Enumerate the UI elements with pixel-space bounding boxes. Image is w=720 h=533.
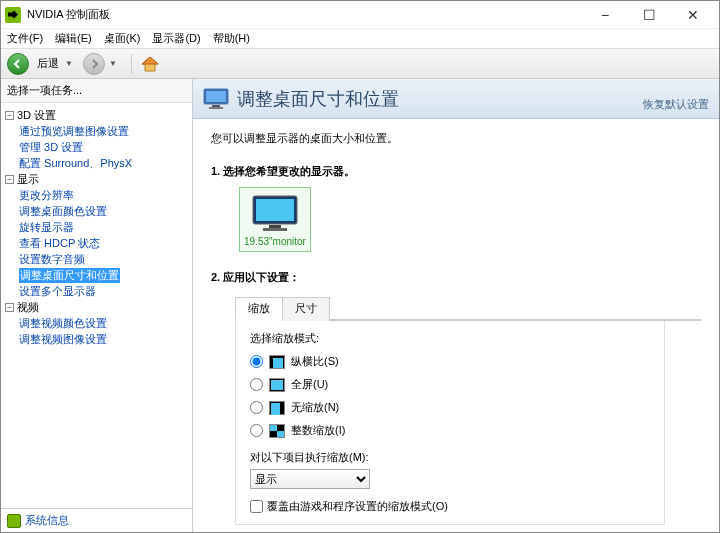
radio-integer[interactable]: [250, 424, 263, 437]
home-button[interactable]: [140, 55, 160, 73]
page-description: 您可以调整显示器的桌面大小和位置。: [211, 131, 701, 146]
tree-item-manage-3d[interactable]: 管理 3D 设置: [19, 141, 83, 153]
override-checkbox[interactable]: [250, 500, 263, 513]
header-monitor-icon: [203, 88, 229, 110]
tree-item-desktop-size[interactable]: 调整桌面尺寸和位置: [19, 268, 120, 283]
tree-category-display: 显示: [17, 173, 39, 185]
radio-fullscreen-label[interactable]: 全屏(U): [291, 377, 328, 392]
back-history-dropdown[interactable]: ▼: [65, 59, 73, 68]
tree-item-video-image[interactable]: 调整视频图像设置: [19, 333, 107, 345]
menu-help[interactable]: 帮助(H): [213, 31, 250, 46]
tree-item-rotate[interactable]: 旋转显示器: [19, 221, 74, 233]
menu-edit[interactable]: 编辑(E): [55, 31, 92, 46]
tree-item-resolution[interactable]: 更改分辨率: [19, 189, 74, 201]
window-title: NVIDIA 控制面板: [27, 7, 583, 22]
tree-item-audio[interactable]: 设置数字音频: [19, 253, 85, 265]
menu-display[interactable]: 显示器(D): [152, 31, 200, 46]
maximize-button[interactable]: ☐: [627, 1, 671, 29]
radio-no-scaling-label[interactable]: 无缩放(N): [291, 400, 339, 415]
main-header: 调整桌面尺寸和位置 恢复默认设置: [193, 79, 719, 119]
toolbar: 后退 ▼ ▼: [1, 49, 719, 79]
system-info-icon: [7, 514, 21, 528]
monitor-selector[interactable]: 19.53"monitor: [239, 187, 311, 252]
fullscreen-icon: [269, 378, 285, 392]
svg-rect-5: [256, 199, 294, 221]
svg-rect-6: [269, 225, 281, 228]
radio-aspect-label[interactable]: 纵横比(S): [291, 354, 339, 369]
close-button[interactable]: ✕: [671, 1, 715, 29]
scale-mode-label: 选择缩放模式:: [250, 331, 650, 346]
tab-size[interactable]: 尺寸: [282, 297, 330, 321]
menu-file[interactable]: 文件(F): [7, 31, 43, 46]
svg-rect-2: [212, 105, 220, 107]
scale-target-label: 对以下项目执行缩放(M):: [250, 450, 650, 465]
page-title: 调整桌面尺寸和位置: [237, 87, 643, 111]
tree-item-surround[interactable]: 配置 Surround、PhysX: [19, 157, 132, 169]
menu-desktop[interactable]: 桌面(K): [104, 31, 141, 46]
restore-defaults-link[interactable]: 恢复默认设置: [643, 97, 709, 112]
task-tree: −3D 设置 通过预览调整图像设置 管理 3D 设置 配置 Surround、P…: [1, 103, 192, 508]
step2-label: 2. 应用以下设置：: [211, 270, 701, 285]
tab-bar: 缩放 尺寸: [235, 295, 701, 321]
radio-no-scaling[interactable]: [250, 401, 263, 414]
step1-label: 1. 选择您希望更改的显示器。: [211, 164, 701, 179]
tab-content-scale: 选择缩放模式: 纵横比(S) 全屏(U) 无缩放(N): [235, 321, 665, 525]
svg-rect-1: [206, 91, 226, 102]
integer-icon: [269, 424, 285, 438]
svg-rect-7: [263, 228, 287, 231]
aspect-icon: [269, 355, 285, 369]
system-info-link[interactable]: 系统信息: [25, 513, 69, 528]
tree-item-multi-display[interactable]: 设置多个显示器: [19, 285, 96, 297]
tree-item-hdcp[interactable]: 查看 HDCP 状态: [19, 237, 100, 249]
override-label[interactable]: 覆盖由游戏和程序设置的缩放模式(O): [267, 499, 448, 514]
expand-icon[interactable]: −: [5, 303, 14, 312]
tree-category-video: 视频: [17, 301, 39, 313]
nvidia-icon: [5, 7, 21, 23]
scale-target-select[interactable]: 显示: [250, 469, 370, 489]
minimize-button[interactable]: −: [583, 1, 627, 29]
title-bar: NVIDIA 控制面板 − ☐ ✕: [1, 1, 719, 29]
monitor-icon: [251, 194, 299, 234]
no-scaling-icon: [269, 401, 285, 415]
expand-icon[interactable]: −: [5, 111, 14, 120]
tree-category-3d: 3D 设置: [17, 109, 56, 121]
radio-aspect[interactable]: [250, 355, 263, 368]
tree-item-video-color[interactable]: 调整视频颜色设置: [19, 317, 107, 329]
back-button[interactable]: [7, 53, 29, 75]
back-label: 后退: [37, 56, 59, 71]
tree-item-preview[interactable]: 通过预览调整图像设置: [19, 125, 129, 137]
tab-scale[interactable]: 缩放: [235, 297, 283, 321]
monitor-label: 19.53"monitor: [244, 236, 306, 247]
sidebar: 选择一项任务... −3D 设置 通过预览调整图像设置 管理 3D 设置 配置 …: [1, 79, 193, 532]
forward-history-dropdown[interactable]: ▼: [109, 59, 117, 68]
menu-bar: 文件(F) 编辑(E) 桌面(K) 显示器(D) 帮助(H): [1, 29, 719, 49]
sidebar-header: 选择一项任务...: [1, 79, 192, 103]
expand-icon[interactable]: −: [5, 175, 14, 184]
main-panel: 调整桌面尺寸和位置 恢复默认设置 您可以调整显示器的桌面大小和位置。 1. 选择…: [193, 79, 719, 532]
tree-item-desktop-color[interactable]: 调整桌面颜色设置: [19, 205, 107, 217]
radio-integer-label[interactable]: 整数缩放(I): [291, 423, 345, 438]
svg-rect-3: [209, 107, 223, 109]
radio-fullscreen[interactable]: [250, 378, 263, 391]
forward-button: [83, 53, 105, 75]
